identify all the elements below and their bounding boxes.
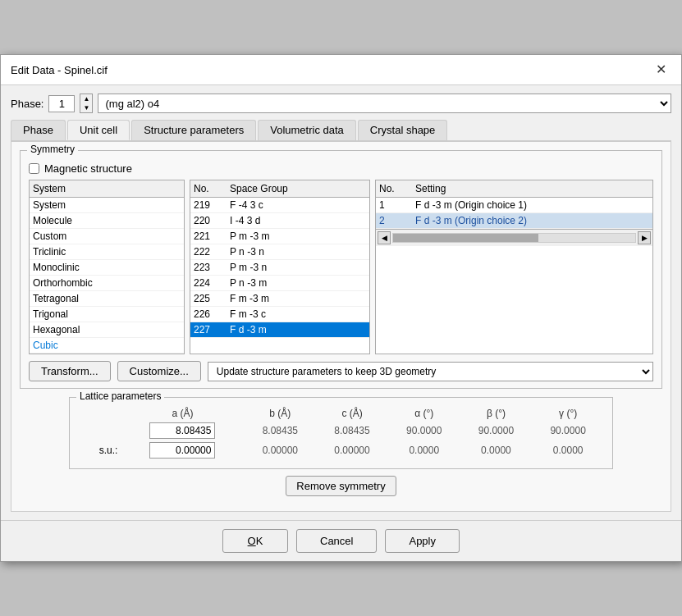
sg-row-220[interactable]: 220I -4 3 d: [190, 213, 369, 229]
close-button[interactable]: ✕: [651, 62, 671, 78]
system-header: System: [30, 180, 184, 198]
system-row-triclinic[interactable]: Triclinic: [30, 244, 184, 260]
sg-row-223[interactable]: 223P m -3 n: [190, 260, 369, 276]
system-row-cubic[interactable]: Cubic: [30, 338, 184, 354]
lattice-su-alpha-val: 0.0000: [388, 440, 460, 460]
system-row-orthorhombic[interactable]: Orthorhombic: [30, 276, 184, 291]
lattice-header-gamma: γ (°): [532, 406, 604, 421]
scroll-left-btn[interactable]: ◀: [378, 231, 391, 244]
tab-crystal-shape[interactable]: Crystal shape: [358, 120, 447, 140]
sg-header-row: No. Space Group: [190, 180, 369, 198]
lattice-table: a (Å) b (Å) c (Å) α (°) β (°) γ (°) 8.: [78, 406, 604, 460]
lattice-beta-val: 90.0000: [460, 421, 533, 440]
sg-row-222[interactable]: 222P n -3 n: [190, 244, 369, 260]
magnetic-checkbox[interactable]: [29, 163, 39, 174]
setting-table-body[interactable]: 1F d -3 m (Origin choice 1) 2F d -3 m (O…: [376, 198, 652, 229]
tab-structure-parameters[interactable]: Structure parameters: [131, 120, 256, 140]
lattice-header-a: a (Å): [121, 406, 244, 421]
system-table: System System Molecule Custom Triclinic …: [29, 180, 185, 354]
dialog-title: Edit Data - Spinel.cif: [11, 64, 108, 76]
no-col-header: No.: [194, 183, 230, 194]
sg-row-224[interactable]: 224P n -3 m: [190, 276, 369, 291]
cancel-button[interactable]: Cancel: [296, 529, 377, 553]
tab-content: Symmetry Magnetic structure System Syste…: [11, 141, 671, 512]
system-row-monoclinic[interactable]: Monoclinic: [30, 260, 184, 276]
ok-button[interactable]: OK: [222, 529, 288, 553]
main-dialog: Edit Data - Spinel.cif ✕ Phase: ▲ ▼ (mg …: [0, 54, 682, 562]
sg-row-227[interactable]: 227F d -3 m: [190, 322, 369, 338]
tab-phase[interactable]: Phase: [11, 120, 66, 140]
spinner-up[interactable]: ▲: [80, 94, 92, 103]
symmetry-title: Symmetry: [27, 144, 78, 155]
magnetic-structure-row: Magnetic structure: [29, 162, 653, 175]
lattice-header-beta: β (°): [460, 406, 533, 421]
tab-volumetric-data[interactable]: Volumetric data: [258, 120, 356, 140]
scroll-track[interactable]: [392, 233, 636, 243]
space-group-table: No. Space Group 219F -4 3 c 220I -4 3 d …: [190, 180, 370, 354]
system-row-system[interactable]: System: [30, 198, 184, 213]
sg-table-body[interactable]: 219F -4 3 c 220I -4 3 d 221P m -3 m 222P…: [190, 198, 369, 338]
lattice-su-b-val: 0.00000: [245, 440, 317, 460]
system-row-trigonal[interactable]: Trigonal: [30, 307, 184, 322]
tab-bar: Phase Unit cell Structure parameters Vol…: [11, 120, 671, 141]
phase-row: Phase: ▲ ▼ (mg al2) o4: [11, 94, 671, 113]
scroll-right-btn[interactable]: ▶: [638, 231, 651, 244]
lattice-b-val: 8.08435: [245, 421, 317, 440]
sg-row-221[interactable]: 221P m -3 m: [190, 229, 369, 244]
system-table-body[interactable]: System Molecule Custom Triclinic Monocli…: [30, 198, 184, 354]
phase-value-input[interactable]: [48, 95, 75, 112]
sg-row-226[interactable]: 226F m -3 c: [190, 307, 369, 322]
system-row-hexagonal[interactable]: Hexagonal: [30, 322, 184, 338]
phase-label: Phase:: [11, 98, 43, 110]
customize-button[interactable]: Customize...: [117, 361, 201, 381]
lattice-su-row: s.u.: 0.00000 0.00000 0.0000 0.0000 0.00…: [78, 440, 604, 460]
remove-symmetry-button[interactable]: Remove symmetry: [286, 476, 396, 496]
setting-row-1[interactable]: 1F d -3 m (Origin choice 1): [376, 198, 652, 213]
dialog-footer: OK Cancel Apply: [1, 520, 681, 561]
setting-scrollbar[interactable]: ◀ ▶: [376, 229, 652, 246]
scroll-thumb: [393, 234, 538, 242]
lattice-su-gamma-val: 0.0000: [532, 440, 604, 460]
lattice-group: Lattice parameters a (Å) b (Å) c (Å) α (…: [69, 397, 613, 469]
lattice-gamma-val: 90.0000: [532, 421, 604, 440]
lattice-header-alpha: α (°): [388, 406, 460, 421]
lattice-values-row: 8.08435 8.08435 90.0000 90.0000 90.0000: [78, 421, 604, 440]
phase-spinner: ▲ ▼: [80, 94, 93, 113]
lattice-su-beta-val: 0.0000: [460, 440, 533, 460]
update-select[interactable]: Update structure parameters to keep 3D g…: [208, 362, 653, 381]
phase-name-select[interactable]: (mg al2) o4: [98, 94, 671, 113]
lattice-alpha-val: 90.0000: [388, 421, 460, 440]
no2-col-header: No.: [379, 183, 415, 194]
lattice-title: Lattice parameters: [76, 390, 164, 402]
setting-row-2[interactable]: 2F d -3 m (Origin choice 2): [376, 213, 652, 229]
sg-col-header: Space Group: [230, 183, 366, 194]
symmetry-tables: System System Molecule Custom Triclinic …: [29, 180, 653, 354]
lattice-a-input[interactable]: [149, 422, 215, 439]
system-row-custom[interactable]: Custom: [30, 229, 184, 244]
lattice-su-a-input[interactable]: [149, 442, 215, 459]
system-row-molecule[interactable]: Molecule: [30, 213, 184, 229]
title-bar: Edit Data - Spinel.cif ✕: [1, 55, 681, 85]
spinner-down[interactable]: ▼: [80, 103, 92, 112]
su-label: s.u.:: [78, 440, 121, 460]
lattice-header-b: b (Å): [245, 406, 317, 421]
magnetic-label: Magnetic structure: [44, 162, 132, 175]
sg-row-219[interactable]: 219F -4 3 c: [190, 198, 369, 213]
transform-row: Transform... Customize... Update structu…: [29, 361, 653, 381]
lattice-header-c: c (Å): [316, 406, 388, 421]
apply-button[interactable]: Apply: [385, 529, 460, 553]
setting-header-row: No. Setting: [376, 180, 652, 198]
sg-row-225[interactable]: 225F m -3 m: [190, 291, 369, 307]
setting-col-header: Setting: [415, 183, 649, 194]
update-row: Update structure parameters to keep 3D g…: [208, 362, 653, 381]
tab-unit-cell[interactable]: Unit cell: [67, 120, 130, 140]
symmetry-group: Symmetry Magnetic structure System Syste…: [20, 150, 662, 389]
system-col-header: System: [33, 183, 140, 194]
remove-symmetry-row: Remove symmetry: [20, 476, 662, 496]
dialog-body: Phase: ▲ ▼ (mg al2) o4 Phase Unit cell S…: [1, 85, 681, 520]
setting-table: No. Setting 1F d -3 m (Origin choice 1) …: [375, 180, 653, 354]
lattice-su-c-val: 0.00000: [316, 440, 388, 460]
system-row-tetragonal[interactable]: Tetragonal: [30, 291, 184, 307]
transform-button[interactable]: Transform...: [29, 361, 111, 381]
lattice-c-val: 8.08435: [316, 421, 388, 440]
